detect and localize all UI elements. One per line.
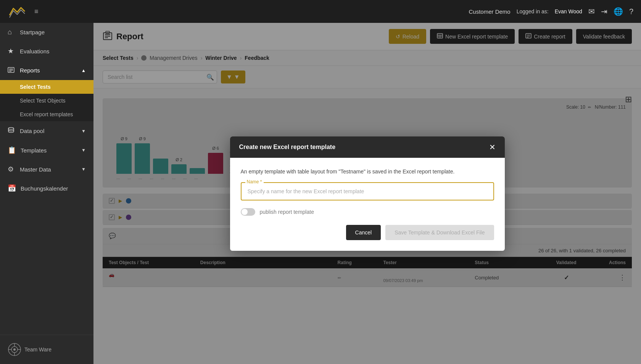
sidebar-item-label: Master Data — [20, 166, 77, 173]
modal-header: Create new Excel report template ✕ — [230, 136, 505, 158]
topbar-right: Customer Demo Logged in as: Evan Wood ✉ … — [469, 7, 633, 16]
sidebar-item-label: Reports — [20, 67, 77, 74]
globe-icon[interactable]: 🌐 — [614, 7, 623, 16]
sidebar-item-buchungskalender[interactable]: 📅 Buchungskalender — [0, 179, 93, 198]
logo-icon — [8, 5, 27, 18]
modal-description: An empty template with table layout from… — [241, 168, 494, 175]
svg-point-7 — [13, 348, 16, 351]
sidebar-item-label: Startpage — [20, 29, 86, 35]
name-input[interactable] — [241, 182, 494, 200]
menu-icon[interactable]: ≡ — [34, 8, 39, 16]
sidebar-item-excel-report-templates[interactable]: Excel report templates — [0, 107, 93, 121]
publish-toggle[interactable] — [241, 208, 255, 216]
modal-footer: Cancel Save Template & Download Excel Fi… — [241, 225, 494, 243]
toggle-row: publish report template — [241, 208, 494, 216]
sidebar-item-templates[interactable]: 📋 Templates ▼ — [0, 141, 93, 160]
sidebar-sub-reports: Select Tests Select Test Objects Excel r… — [0, 80, 93, 121]
save-template-button: Save Template & Download Excel File — [385, 225, 494, 240]
help-icon[interactable]: ? — [629, 7, 633, 16]
main-content: Report ↺ Reload New Excel report templat — [93, 23, 641, 364]
logout-icon[interactable]: ⇥ — [601, 7, 607, 16]
modal: Create new Excel report template ✕ An em… — [230, 136, 505, 251]
sidebar-item-label: Evaluations — [20, 48, 86, 55]
sidebar-item-select-test-objects[interactable]: Select Test Objects — [0, 94, 93, 107]
teamware-logo-icon — [8, 343, 21, 356]
sidebar-item-data-pool[interactable]: Data pool ▼ — [0, 121, 93, 141]
modal-overlay: Create new Excel report template ✕ An em… — [93, 23, 641, 364]
topbar-left: ≡ — [8, 5, 39, 18]
customer-label: Customer Demo — [469, 8, 510, 15]
sidebar-item-evaluations[interactable]: ★ Evaluations — [0, 42, 93, 61]
sidebar: ⌂ Startpage ★ Evaluations Reports ▲ Sele… — [0, 23, 93, 364]
teamware-logo: Team Ware — [8, 343, 52, 356]
chevron-down-icon: ▼ — [81, 148, 86, 153]
chevron-up-icon: ▲ — [81, 68, 86, 73]
modal-name-field: Name * — [241, 182, 494, 200]
templates-icon: 📋 — [8, 146, 16, 154]
sidebar-item-label: Buchungskalender — [21, 185, 86, 192]
sidebar-item-master-data[interactable]: ⚙ Master Data ▼ — [0, 160, 93, 179]
topbar: ≡ Customer Demo Logged in as: Evan Wood … — [0, 0, 641, 23]
chevron-down-icon: ▼ — [81, 128, 86, 134]
sidebar-item-reports[interactable]: Reports ▲ — [0, 61, 93, 80]
name-label: Name * — [245, 179, 264, 184]
data-pool-icon — [8, 127, 15, 135]
calendar-icon: 📅 — [8, 184, 16, 192]
star-icon: ★ — [8, 47, 15, 55]
svg-point-4 — [8, 128, 14, 130]
teamware-label: Team Ware — [24, 346, 52, 353]
master-data-icon: ⚙ — [8, 165, 15, 173]
app-logo — [8, 5, 27, 18]
chevron-down-icon: ▼ — [81, 167, 86, 172]
modal-close-button[interactable]: ✕ — [489, 143, 496, 151]
toggle-label: publish report template — [260, 209, 314, 215]
sidebar-item-startpage[interactable]: ⌂ Startpage — [0, 23, 93, 42]
sidebar-item-label: Data pool — [20, 128, 77, 134]
reports-icon — [8, 66, 15, 75]
sidebar-item-select-tests[interactable]: Select Tests — [0, 80, 93, 94]
cancel-button[interactable]: Cancel — [346, 225, 381, 240]
sidebar-bottom: Team Ware — [0, 335, 93, 364]
logged-in-label: Logged in as: — [517, 8, 549, 14]
sidebar-item-label: Templates — [21, 147, 77, 154]
username-label: Evan Wood — [555, 8, 582, 14]
home-icon: ⌂ — [8, 28, 15, 36]
mail-icon[interactable]: ✉ — [588, 7, 595, 16]
modal-body: An empty template with table layout from… — [230, 158, 505, 251]
modal-title: Create new Excel report template — [239, 144, 336, 151]
toggle-knob — [242, 209, 248, 215]
